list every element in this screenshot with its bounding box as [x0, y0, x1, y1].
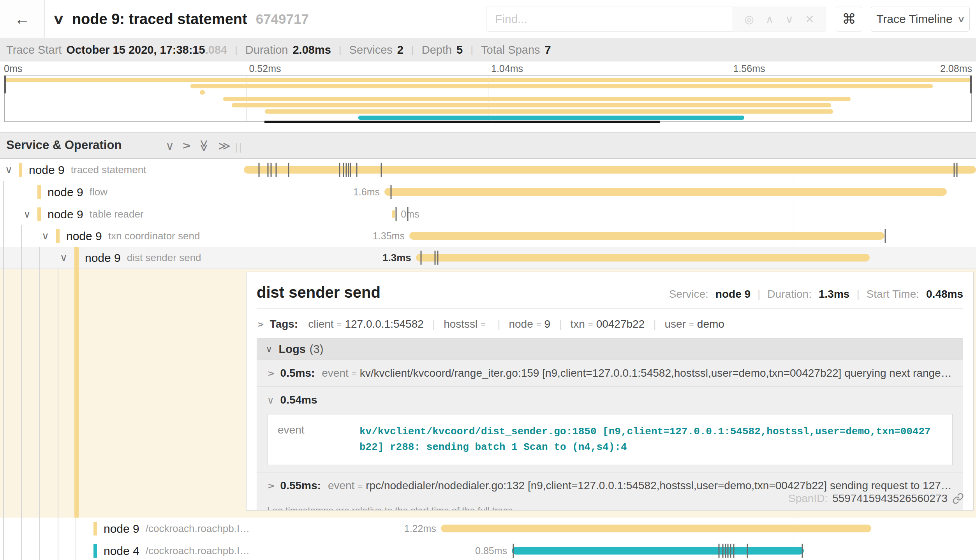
trace-summary-bar: Trace StartOctober 15 2020, 17:38:15.084…: [0, 38, 976, 61]
span-name[interactable]: node 9/cockroach.roachpb.I…: [104, 518, 250, 540]
span-row[interactable]: node 9/cockroach.roachpb.I…1.22ms: [0, 518, 976, 540]
summary-label: Duration: [245, 44, 288, 56]
minimap-span-bar: [5, 78, 971, 82]
collapse-one-icon[interactable]: ∨: [166, 139, 174, 153]
next-result-icon[interactable]: ∨: [786, 13, 794, 26]
operation-name: traced statement: [71, 164, 146, 176]
chevron-right-icon: ∨: [255, 321, 266, 328]
collapse-all-icon[interactable]: ≫: [197, 139, 211, 151]
summary-value: 7: [545, 44, 551, 56]
column-resize-handle[interactable]: ||: [235, 141, 243, 153]
span-name[interactable]: node 9table reader: [48, 203, 144, 225]
span-duration-bar[interactable]: [441, 525, 871, 532]
summary-item: Services2: [349, 44, 403, 56]
equals-sign: =: [358, 481, 363, 492]
log-entry: ∨0.5ms:event=kv/kvclient/kvcoord/range_i…: [257, 360, 963, 386]
summary-item: Total Spans7: [481, 44, 551, 56]
span-row-name-cell[interactable]: node 9flow: [0, 181, 244, 203]
span-duration-bar[interactable]: [512, 547, 804, 555]
collapse-trace-icon[interactable]: ∨: [52, 11, 65, 27]
find-input[interactable]: [486, 7, 733, 32]
span-duration-label: 1.22ms: [404, 518, 436, 540]
span-name[interactable]: node 4/cockroach.roachpb.I…: [104, 540, 250, 560]
timeline-column-header: Service & Operation ∨ ∨ ≫ ≫ || 0ms0.52ms…: [0, 132, 976, 159]
summary-separator: |: [235, 44, 238, 56]
copy-link-icon[interactable]: [952, 493, 964, 504]
span-duration-bar[interactable]: [392, 210, 395, 218]
summary-separator: |: [470, 44, 473, 56]
log-event-tick: [259, 163, 260, 177]
service-name: node 9: [66, 230, 102, 243]
span-row[interactable]: node 9flow1.6ms: [0, 181, 976, 203]
log-field-key: event: [328, 479, 355, 492]
span-row-name-cell[interactable]: ∨node 9dist sender send: [0, 247, 244, 269]
trace-view-dropdown[interactable]: Trace Timeline ∨: [871, 7, 970, 32]
span-row-name-cell[interactable]: node 9/cockroach.roachpb.I…: [0, 518, 244, 540]
span-row[interactable]: ∨node 9dist sender send1.3ms: [0, 247, 976, 269]
log-event-tick: [346, 163, 347, 177]
span-row[interactable]: ∨node 9traced statement: [0, 159, 976, 181]
chevron-down-icon[interactable]: ∨: [42, 225, 49, 247]
locate-icon[interactable]: ◎: [744, 13, 754, 26]
tag-key: hostssl: [444, 318, 477, 330]
clear-find-icon[interactable]: ✕: [805, 13, 814, 26]
logs-accordion-header[interactable]: ∨ Logs (3): [257, 339, 963, 360]
keyboard-shortcuts-button[interactable]: ⌘: [836, 7, 862, 32]
span-duration-bar[interactable]: [244, 166, 976, 174]
span-row[interactable]: node 4/cockroach.roachpb.I…0.85ms: [0, 540, 976, 560]
span-name[interactable]: node 9flow: [48, 181, 107, 203]
service-name: node 9: [29, 163, 65, 177]
log-entry-header[interactable]: ∨0.5ms:event=kv/kvclient/kvcoord/range_i…: [267, 367, 953, 379]
span-duration-bar[interactable]: [409, 232, 884, 240]
back-button[interactable]: ←: [0, 0, 45, 38]
chevron-down-icon[interactable]: ∨: [5, 159, 12, 181]
span-duration-bar[interactable]: [416, 254, 870, 262]
span-color-chip: [93, 522, 97, 535]
log-entry-header[interactable]: ∨0.54ms: [267, 394, 953, 406]
minimap-scrollbar[interactable]: [264, 121, 660, 123]
log-entry-header[interactable]: ∨0.55ms:event=rpc/nodedialer/nodedialer.…: [267, 479, 953, 492]
span-bar-area: 1.3ms: [244, 247, 976, 269]
span-name[interactable]: node 9txn coordinator send: [66, 225, 200, 247]
minimap-right-handle[interactable]: [970, 75, 972, 93]
span-duration-label: 1.3ms: [382, 247, 411, 269]
selected-span-color-bar: [74, 247, 79, 518]
minimap-left-handle[interactable]: [4, 75, 6, 93]
detail-header: dist sender send Service: node 9 | Durat…: [247, 272, 973, 307]
span-color-chip: [56, 229, 60, 243]
log-field-key: event: [268, 424, 359, 455]
tag-value: 127.0.0.1:54582: [345, 318, 423, 330]
span-name[interactable]: node 9dist sender send: [85, 247, 201, 269]
span-row-name-cell[interactable]: ∨node 9traced statement: [0, 159, 244, 181]
span-row-name-cell[interactable]: ∨node 9table reader: [0, 203, 244, 225]
minimap-span-bar: [232, 103, 831, 107]
span-row[interactable]: ∨node 9table reader0ms: [0, 203, 976, 225]
equals-sign: =: [352, 369, 357, 379]
span-bar-area: [244, 159, 976, 181]
chevron-down-icon[interactable]: ∨: [60, 247, 67, 269]
expand-one-icon[interactable]: ∨: [179, 141, 193, 150]
tree-indent-guide: [58, 269, 58, 560]
expand-all-icon[interactable]: ≫: [218, 139, 230, 153]
tag-key: txn: [570, 318, 585, 330]
span-row-name-cell[interactable]: ∨node 9txn coordinator send: [0, 225, 244, 247]
span-bar-area: 1.35ms: [244, 225, 976, 247]
span-name[interactable]: node 9traced statement: [29, 159, 146, 181]
span-duration-bar[interactable]: [384, 188, 947, 196]
log-event-tick: [275, 163, 277, 177]
trace-minimap[interactable]: [4, 75, 972, 122]
span-color-chip: [37, 207, 41, 221]
tags-accordion[interactable]: ∨ Tags: client=127.0.0.1:54582|hostssl=|…: [247, 309, 973, 338]
log-event-tick: [513, 544, 514, 558]
chevron-down-icon[interactable]: ∨: [23, 203, 31, 225]
span-id-value: 5597415943526560273: [832, 492, 948, 505]
span-row[interactable]: ∨node 9txn coordinator send1.35ms: [0, 225, 976, 247]
detail-span-title: dist sender send: [257, 284, 381, 301]
log-fields-table: eventkv/kvclient/kvcoord/dist_sender.go:…: [267, 414, 953, 465]
log-event-tick: [270, 163, 271, 177]
log-event-tick: [957, 163, 958, 177]
span-row-name-cell[interactable]: node 4/cockroach.roachpb.I…: [0, 540, 244, 560]
column-divider[interactable]: [244, 132, 244, 560]
minimap-span-bar: [190, 84, 933, 88]
previous-result-icon[interactable]: ∧: [766, 13, 774, 26]
